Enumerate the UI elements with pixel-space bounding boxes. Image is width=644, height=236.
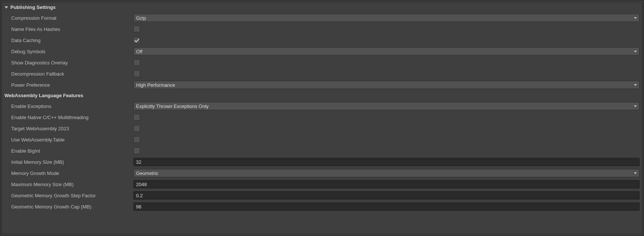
- compression-format-label: Compression Format: [11, 15, 133, 21]
- chevron-down-icon: [634, 17, 637, 19]
- geometric-growth-step-factor-label: Geometric Memory Growth Step Factor: [11, 193, 133, 198]
- enable-exceptions-label: Enable Exceptions: [11, 103, 133, 109]
- power-preference-value: High Performance: [136, 82, 175, 88]
- enable-exceptions-row: Enable Exceptions Explicitly Thrown Exce…: [1, 101, 643, 112]
- enable-bigint-label: Enable BigInt: [11, 148, 133, 154]
- debug-symbols-dropdown[interactable]: Off: [133, 47, 640, 55]
- power-preference-row: Power Preference High Performance: [1, 79, 643, 90]
- name-files-as-hashes-label: Name Files As Hashes: [11, 26, 133, 32]
- memory-growth-mode-value: Geometric: [136, 170, 158, 176]
- initial-memory-size-input[interactable]: [133, 158, 640, 166]
- geometric-growth-cap-input[interactable]: [133, 202, 640, 211]
- use-wasm-table-label: Use WebAssembly.Table: [11, 137, 133, 143]
- decompression-fallback-label: Decompression Fallback: [11, 71, 133, 77]
- data-caching-label: Data Caching: [11, 38, 133, 43]
- chevron-down-icon: [634, 84, 637, 86]
- initial-memory-size-row: Initial Memory Size (MB): [1, 156, 643, 168]
- target-wasm-2023-label: Target WebAssembly 2023: [11, 126, 133, 131]
- name-files-as-hashes-row: Name Files As Hashes: [1, 23, 643, 35]
- enable-exceptions-value: Explicitly Thrown Exceptions Only: [136, 103, 209, 109]
- use-wasm-table-checkbox[interactable]: [133, 136, 140, 143]
- maximum-memory-size-row: Maximum Memory Size (MB): [1, 179, 643, 190]
- chevron-down-icon: [634, 172, 637, 174]
- compression-format-value: Gzip: [136, 15, 146, 21]
- debug-symbols-value: Off: [136, 49, 142, 54]
- target-wasm-2023-row: Target WebAssembly 2023: [1, 123, 643, 134]
- memory-growth-mode-label: Memory Growth Mode: [11, 170, 133, 176]
- initial-memory-size-label: Initial Memory Size (MB): [11, 159, 133, 165]
- publishing-settings-title: Publishing Settings: [10, 4, 56, 10]
- enable-exceptions-dropdown[interactable]: Explicitly Thrown Exceptions Only: [133, 102, 640, 110]
- geometric-growth-cap-row: Geometric Memory Growth Cap (MB): [1, 201, 643, 212]
- enable-bigint-checkbox[interactable]: [133, 147, 140, 154]
- debug-symbols-row: Debug Symbols Off: [1, 46, 643, 57]
- geometric-growth-step-factor-row: Geometric Memory Growth Step Factor: [1, 190, 643, 201]
- enable-native-multithreading-checkbox[interactable]: [133, 114, 140, 121]
- geometric-growth-cap-label: Geometric Memory Growth Cap (MB): [11, 204, 133, 210]
- name-files-as-hashes-checkbox[interactable]: [133, 26, 140, 32]
- maximum-memory-size-input[interactable]: [133, 180, 640, 188]
- geometric-growth-step-factor-input[interactable]: [133, 191, 640, 200]
- show-diagnostics-overlay-checkbox[interactable]: [133, 59, 140, 66]
- compression-format-dropdown[interactable]: Gzip: [133, 14, 640, 22]
- maximum-memory-size-label: Maximum Memory Size (MB): [11, 182, 133, 187]
- decompression-fallback-checkbox[interactable]: [133, 70, 140, 77]
- enable-native-multithreading-row: Enable Native C/C++ Multithreading: [1, 112, 643, 123]
- compression-format-row: Compression Format Gzip: [1, 12, 643, 23]
- show-diagnostics-overlay-row: Show Diagnostics Overlay: [1, 57, 643, 68]
- memory-growth-mode-row: Memory Growth Mode Geometric: [1, 168, 643, 179]
- power-preference-dropdown[interactable]: High Performance: [133, 81, 640, 89]
- memory-growth-mode-dropdown[interactable]: Geometric: [133, 169, 640, 177]
- data-caching-row: Data Caching: [1, 35, 643, 46]
- use-wasm-table-row: Use WebAssembly.Table: [1, 134, 643, 145]
- data-caching-checkbox[interactable]: [133, 37, 140, 44]
- enable-bigint-row: Enable BigInt: [1, 145, 643, 156]
- wasm-features-title: WebAssembly Language Features: [1, 90, 643, 101]
- target-wasm-2023-checkbox[interactable]: [133, 125, 140, 132]
- power-preference-label: Power Preference: [11, 82, 133, 88]
- chevron-down-icon: [634, 105, 637, 107]
- foldout-triangle-icon: [4, 6, 8, 9]
- show-diagnostics-overlay-label: Show Diagnostics Overlay: [11, 60, 133, 66]
- decompression-fallback-row: Decompression Fallback: [1, 68, 643, 79]
- chevron-down-icon: [634, 51, 637, 52]
- enable-native-multithreading-label: Enable Native C/C++ Multithreading: [11, 115, 133, 120]
- publishing-settings-header[interactable]: Publishing Settings: [1, 4, 643, 12]
- debug-symbols-label: Debug Symbols: [11, 49, 133, 54]
